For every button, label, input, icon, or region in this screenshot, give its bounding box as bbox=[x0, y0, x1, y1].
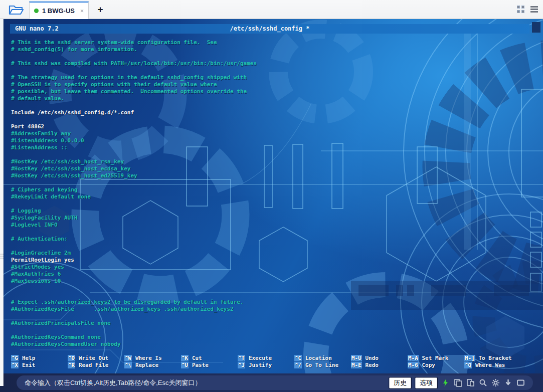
shortcut-hint: ^T Execute bbox=[238, 355, 294, 362]
shortcut-key: ^J bbox=[238, 362, 245, 368]
editor-line: #MaxAuthTries 6 bbox=[11, 271, 257, 278]
download-icon[interactable] bbox=[504, 378, 512, 387]
editor-line: # Expect .ssh/authorized_keys2 to be dis… bbox=[11, 299, 257, 306]
scrollbar-thumb[interactable] bbox=[532, 22, 540, 33]
search-icon[interactable] bbox=[479, 378, 487, 387]
shortcut-label: Go To Line bbox=[305, 362, 338, 368]
shortcut-key: ^/ bbox=[294, 362, 302, 368]
shortcut-label: Cut bbox=[192, 355, 202, 361]
editor-line bbox=[11, 243, 257, 250]
shortcut-key: ^T bbox=[238, 355, 245, 361]
shortcut-hint: M-] To Bracket bbox=[464, 355, 521, 362]
shortcut-hint: ^U Paste bbox=[181, 362, 238, 369]
editor-line bbox=[11, 327, 257, 334]
editor-line bbox=[11, 179, 257, 186]
shortcut-key: ^R bbox=[68, 362, 75, 368]
shortcut-label: Help bbox=[22, 355, 36, 361]
gear-icon[interactable] bbox=[491, 378, 500, 387]
editor-line: #MaxSessions 10 bbox=[11, 278, 257, 285]
sidebar-collapse-handle[interactable] bbox=[0, 19, 4, 386]
copy-icon[interactable] bbox=[454, 378, 462, 387]
editor-line: #LoginGraceTime 2m bbox=[11, 250, 257, 257]
editor-line: # default value. bbox=[11, 95, 257, 102]
shortcut-key: ^K bbox=[181, 355, 189, 361]
editor-line: Include /etc/ssh/sshd_config.d/*.conf bbox=[11, 109, 257, 116]
editor-line: #ListenAddress :: bbox=[11, 144, 257, 151]
shortcut-label: Write Out bbox=[79, 355, 109, 361]
editor-line: # Authentication: bbox=[11, 236, 257, 243]
editor-line: # Logging bbox=[11, 208, 257, 215]
editor-line: # possible, but leave them commented. Un… bbox=[11, 88, 257, 95]
editor-line: # OpenSSH is to specify options with the… bbox=[11, 81, 257, 88]
editor-line bbox=[11, 292, 257, 299]
paste-icon[interactable] bbox=[466, 378, 475, 387]
shortcut-label: Replace bbox=[135, 362, 158, 368]
shortcut-hint: ^J Justify bbox=[238, 362, 294, 369]
shortcut-hint: M-E Redo bbox=[351, 362, 408, 369]
editor-line: #LogLevel INFO bbox=[11, 222, 257, 229]
grip-dots-icon bbox=[1, 254, 4, 259]
editor-line bbox=[11, 201, 257, 208]
shortcut-hint: ^C Location bbox=[294, 355, 351, 362]
editor-line: # sshd_config(5) for more information. bbox=[11, 46, 257, 53]
editor-line bbox=[11, 102, 257, 109]
lightning-icon[interactable] bbox=[441, 378, 450, 387]
shortcut-label: Read File bbox=[79, 362, 109, 368]
session-tab[interactable]: 1 BWG-US × bbox=[29, 2, 89, 19]
shortcut-label: Undo bbox=[366, 355, 379, 361]
shortcut-hint: M-A Set Mark bbox=[408, 355, 464, 362]
shortcut-label: Redo bbox=[366, 362, 379, 368]
window-icon[interactable] bbox=[516, 378, 525, 387]
shortcut-label: Where Was bbox=[475, 362, 505, 368]
shortcut-key: M-] bbox=[464, 355, 475, 361]
history-button[interactable]: 历史 bbox=[389, 377, 411, 388]
shortcut-hint: ^\ Replace bbox=[124, 362, 181, 369]
editor-line: PermitRootLogin yes bbox=[11, 257, 257, 264]
grid-view-icon[interactable] bbox=[517, 6, 524, 13]
shortcut-label: Justify bbox=[249, 362, 272, 368]
editor-line: # This is the sshd server system-wide co… bbox=[11, 39, 257, 46]
shortcut-key: ^Q bbox=[464, 362, 472, 368]
shortcut-label: Paste bbox=[192, 362, 209, 368]
editor-line: #HostKey /etc/ssh/ssh_host_ecdsa_key bbox=[11, 165, 257, 172]
tab-close-icon[interactable]: × bbox=[80, 8, 84, 15]
shortcut-hint: ^W Where Is bbox=[124, 355, 181, 362]
shortcut-key: M-A bbox=[408, 355, 419, 361]
shortcut-key: ^W bbox=[124, 355, 132, 361]
editor-line: #AuthorizedKeysCommandUser nobody bbox=[11, 341, 257, 348]
shortcut-hint: ^K Cut bbox=[181, 355, 238, 362]
editor-line: # The strategy used for options in the d… bbox=[11, 74, 257, 81]
open-session-button[interactable] bbox=[8, 4, 24, 16]
editor-line: #AuthorizedKeysCommand none bbox=[11, 334, 257, 341]
tab-bar: 1 BWG-US × + bbox=[0, 0, 543, 19]
nano-shortcut-bar: ^G Help ^O Write Out ^W Where Is ^K Cut … bbox=[11, 355, 521, 369]
terminal[interactable]: GNU nano 7.2 /etc/ssh/sshd_config * # Th… bbox=[0, 19, 543, 373]
shortcut-hint: ^Q Where Was bbox=[464, 362, 521, 369]
editor-line: #SyslogFacility AUTH bbox=[11, 215, 257, 222]
editor-line bbox=[11, 67, 257, 74]
shortcut-key: ^X bbox=[11, 362, 19, 368]
options-button[interactable]: 选项 bbox=[415, 377, 437, 388]
editor-line bbox=[11, 116, 257, 123]
editor-line: Port 48862 bbox=[11, 123, 257, 130]
shortcut-hint: M-U Undo bbox=[351, 355, 408, 362]
editor-line bbox=[11, 53, 257, 60]
editor-line: #HostKey /etc/ssh/ssh_host_rsa_key bbox=[11, 158, 257, 165]
new-tab-button[interactable]: + bbox=[94, 3, 106, 16]
folder-open-icon bbox=[8, 4, 24, 16]
editor-line bbox=[11, 151, 257, 158]
menu-icon[interactable] bbox=[530, 6, 538, 13]
shortcut-key: M-U bbox=[351, 355, 362, 361]
command-input-placeholder: 命令输入（双击Ctrl切换,Alt历史,Tab路径/命令,Esc关闭窗口） bbox=[25, 378, 201, 387]
shortcut-label: Set Mark bbox=[422, 355, 449, 361]
shortcut-label: Where Is bbox=[135, 355, 162, 361]
shortcut-label: Copy bbox=[422, 362, 436, 368]
shortcut-label: Location bbox=[305, 355, 332, 361]
shortcut-key: ^G bbox=[11, 355, 19, 361]
editor-line bbox=[11, 313, 257, 320]
editor-line bbox=[11, 229, 257, 236]
command-input[interactable]: 命令输入（双击Ctrl切换,Alt历史,Tab路径/命令,Esc关闭窗口） 历史… bbox=[17, 375, 533, 390]
command-bar: 命令输入（双击Ctrl切换,Alt历史,Tab路径/命令,Esc关闭窗口） 历史… bbox=[0, 373, 543, 392]
editor-line: #StrictModes yes bbox=[11, 264, 257, 271]
shortcut-label: Exit bbox=[22, 362, 36, 368]
